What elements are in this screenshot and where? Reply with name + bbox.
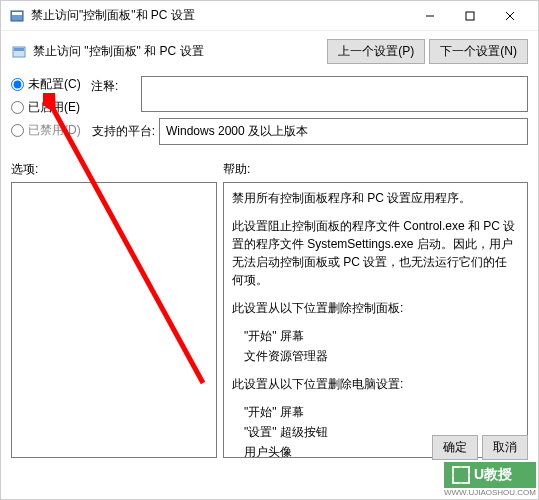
policy-title: 禁止访问 "控制面板" 和 PC 设置 (33, 43, 327, 60)
watermark-url: WWW.UJIAOSHOU.COM (444, 488, 536, 497)
policy-icon (11, 44, 27, 60)
help-panel: 禁用所有控制面板程序和 PC 设置应用程序。 此设置阻止控制面板的程序文件 Co… (223, 182, 528, 458)
ok-button[interactable]: 确定 (432, 435, 478, 460)
radio-enabled-label: 已启用(E) (28, 99, 80, 116)
comment-label: 注释: (91, 76, 141, 95)
watermark: U教授 WWW.UJIAOSHOU.COM (444, 462, 536, 497)
help-text: 此设置从以下位置删除控制面板: (232, 299, 519, 317)
radio-enabled-input[interactable] (11, 101, 24, 114)
next-setting-button[interactable]: 下一个设置(N) (429, 39, 528, 64)
watermark-brand: U教授 (474, 466, 512, 484)
options-label: 选项: (11, 161, 217, 178)
svg-rect-3 (466, 12, 474, 20)
svg-rect-11 (452, 473, 470, 477)
window-title: 禁止访问"控制面板"和 PC 设置 (31, 7, 410, 24)
platform-value: Windows 2000 及以上版本 (159, 118, 528, 145)
help-text: "开始" 屏幕 (232, 403, 519, 421)
radio-not-configured-label: 未配置(C) (28, 76, 81, 93)
svg-rect-1 (12, 12, 22, 15)
titlebar: 禁止访问"控制面板"和 PC 设置 (1, 1, 538, 31)
options-panel (11, 182, 217, 458)
maximize-button[interactable] (450, 2, 490, 30)
radio-disabled[interactable]: 已禁用(D) (11, 122, 83, 139)
radio-not-configured[interactable]: 未配置(C) (11, 76, 83, 93)
radio-enabled[interactable]: 已启用(E) (11, 99, 83, 116)
radio-disabled-label: 已禁用(D) (28, 122, 81, 139)
help-label: 帮助: (223, 161, 528, 178)
svg-rect-7 (14, 48, 24, 51)
help-text: 此设置阻止控制面板的程序文件 Control.exe 和 PC 设置的程序文件 … (232, 217, 519, 289)
prev-setting-button[interactable]: 上一个设置(P) (327, 39, 425, 64)
minimize-button[interactable] (410, 2, 450, 30)
radio-not-configured-input[interactable] (11, 78, 24, 91)
platform-label: 支持的平台: (91, 123, 159, 140)
help-text: 此设置从以下位置删除电脑设置: (232, 375, 519, 393)
cancel-button[interactable]: 取消 (482, 435, 528, 460)
app-icon (9, 8, 25, 24)
radio-disabled-input[interactable] (11, 124, 24, 137)
close-button[interactable] (490, 2, 530, 30)
help-text: "开始" 屏幕 (232, 327, 519, 345)
help-text: 文件资源管理器 (232, 347, 519, 365)
comment-textarea[interactable] (141, 76, 528, 112)
watermark-icon (452, 466, 470, 484)
help-text: 禁用所有控制面板程序和 PC 设置应用程序。 (232, 189, 519, 207)
